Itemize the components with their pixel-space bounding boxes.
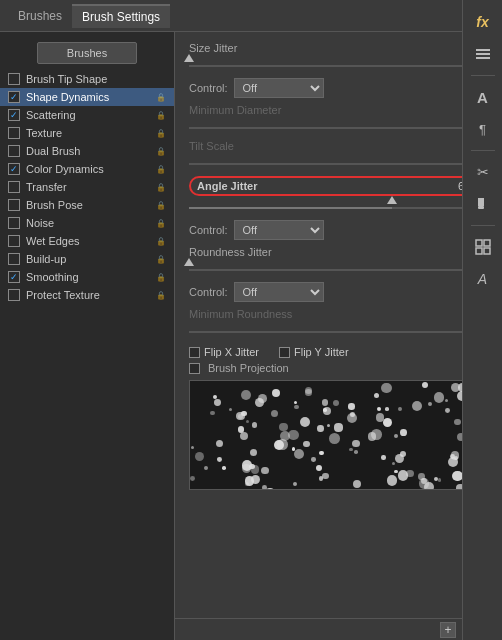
tilt-scale-slider[interactable]	[189, 156, 488, 172]
preview-dot	[262, 485, 267, 490]
svg-rect-3	[478, 198, 480, 206]
cut-icon[interactable]: ✂	[468, 158, 498, 186]
angle-jitter-thumb	[387, 196, 397, 204]
min-diameter-slider[interactable]	[189, 120, 488, 136]
size-jitter-control-select[interactable]: Off	[234, 78, 324, 98]
label-shape-dynamics: Shape Dynamics	[26, 91, 152, 103]
roundness-jitter-slider[interactable]	[189, 262, 488, 278]
tab-brush-settings[interactable]: Brush Settings	[72, 4, 170, 28]
preview-dot	[271, 410, 279, 418]
roundness-jitter-row: Roundness Jitter 0%	[189, 246, 488, 258]
min-roundness-slider[interactable]	[189, 324, 488, 340]
preview-dot	[418, 473, 425, 480]
roundness-control-select[interactable]: Off	[234, 282, 324, 302]
preview-dot	[374, 393, 379, 398]
preview-dot	[395, 454, 404, 463]
checkbox-protect-texture[interactable]	[8, 289, 20, 301]
preview-dot	[241, 411, 246, 416]
roundness-control-row: Control: Off	[189, 282, 488, 302]
label-texture: Texture	[26, 127, 152, 139]
preview-dot	[241, 390, 251, 400]
sidebar-item-color-dynamics[interactable]: Color Dynamics🔒	[0, 160, 174, 178]
right-content-panel: Size Jitter 0% Control: Off Minimum Diam…	[175, 32, 502, 640]
fx-icon[interactable]: fx	[468, 8, 498, 36]
preview-dot	[317, 425, 324, 432]
min-diameter-label: Minimum Diameter	[189, 104, 488, 116]
brush-icon[interactable]	[468, 190, 498, 218]
preview-dot	[213, 395, 217, 399]
sidebar-item-build-up[interactable]: Build-up🔒	[0, 250, 174, 268]
angle-jitter-slider[interactable]	[189, 200, 488, 216]
sidebar-item-texture[interactable]: Texture🔒	[0, 124, 174, 142]
preview-dot	[398, 470, 409, 481]
roundness-jitter-track	[189, 269, 488, 271]
label-wet-edges: Wet Edges	[26, 235, 152, 247]
sidebar-item-protect-texture[interactable]: Protect Texture🔒	[0, 286, 174, 304]
preview-dot	[400, 429, 407, 436]
preview-dot	[222, 466, 226, 470]
preview-dot	[352, 440, 359, 447]
checkbox-color-dynamics[interactable]	[8, 163, 20, 175]
grid-icon[interactable]	[468, 233, 498, 261]
lock-icon-transfer: 🔒	[156, 183, 166, 192]
checkbox-shape-dynamics[interactable]	[8, 91, 20, 103]
layers-icon[interactable]	[468, 40, 498, 68]
preview-dot	[445, 408, 450, 413]
checkbox-smoothing[interactable]	[8, 271, 20, 283]
size-jitter-thumb	[184, 54, 194, 62]
flip-y-checkbox[interactable]	[279, 347, 290, 358]
checkbox-transfer[interactable]	[8, 181, 20, 193]
preview-dot	[251, 465, 260, 474]
label-brush-pose: Brush Pose	[26, 199, 152, 211]
sidebar-item-shape-dynamics[interactable]: Shape Dynamics🔒	[0, 88, 174, 106]
text-icon[interactable]: A	[468, 83, 498, 111]
checkbox-build-up[interactable]	[8, 253, 20, 265]
lock-icon-brush-pose: 🔒	[156, 201, 166, 210]
label-noise: Noise	[26, 217, 152, 229]
paragraph-icon[interactable]: ¶	[468, 115, 498, 143]
font-icon[interactable]: A	[468, 265, 498, 293]
checkbox-brush-tip-shape[interactable]	[8, 73, 20, 85]
sidebar-item-dual-brush[interactable]: Dual Brush🔒	[0, 142, 174, 160]
left-panel: Brushes Brush Tip ShapeShape Dynamics🔒Sc…	[0, 32, 175, 640]
size-jitter-slider[interactable]	[189, 58, 488, 74]
preview-dot	[428, 402, 432, 406]
sidebar-item-brush-pose[interactable]: Brush Pose🔒	[0, 196, 174, 214]
checkbox-noise[interactable]	[8, 217, 20, 229]
top-tabs: Brushes Brush Settings » ≡	[0, 0, 502, 32]
label-color-dynamics: Color Dynamics	[26, 163, 152, 175]
flip-x-checkbox[interactable]	[189, 347, 200, 358]
sidebar-item-wet-edges[interactable]: Wet Edges🔒	[0, 232, 174, 250]
preview-dot	[319, 451, 323, 455]
checkbox-wet-edges[interactable]	[8, 235, 20, 247]
checkbox-brush-pose[interactable]	[8, 199, 20, 211]
preview-dot	[381, 455, 385, 459]
preview-dot	[383, 418, 392, 427]
sidebar-item-smoothing[interactable]: Smoothing🔒	[0, 268, 174, 286]
lock-icon-noise: 🔒	[156, 219, 166, 228]
control-label-1: Control:	[189, 82, 228, 94]
preview-dot	[394, 434, 398, 438]
angle-jitter-control-select[interactable]: Off	[234, 220, 324, 240]
angle-jitter-row: Angle Jitter 68%	[189, 176, 488, 196]
tab-brushes[interactable]: Brushes	[8, 5, 72, 27]
flip-y-item: Flip Y Jitter	[279, 346, 349, 358]
sidebar-item-brush-tip-shape[interactable]: Brush Tip Shape	[0, 70, 174, 88]
brushes-button[interactable]: Brushes	[37, 42, 137, 64]
preview-dot	[452, 471, 462, 481]
checkbox-texture[interactable]	[8, 127, 20, 139]
checkbox-dual-brush[interactable]	[8, 145, 20, 157]
add-button[interactable]: +	[440, 622, 456, 638]
sidebar-item-transfer[interactable]: Transfer🔒	[0, 178, 174, 196]
brush-projection-checkbox[interactable]	[189, 363, 200, 374]
svg-rect-1	[476, 53, 490, 55]
sidebar-item-noise[interactable]: Noise🔒	[0, 214, 174, 232]
lock-icon-protect-texture: 🔒	[156, 291, 166, 300]
brush-projection-label: Brush Projection	[208, 362, 289, 374]
flip-x-item: Flip X Jitter	[189, 346, 259, 358]
sidebar-item-scattering[interactable]: Scattering🔒	[0, 106, 174, 124]
brush-preview	[189, 380, 488, 490]
checkbox-scattering[interactable]	[8, 109, 20, 121]
flip-x-label: Flip X Jitter	[204, 346, 259, 358]
svg-rect-10	[484, 248, 490, 254]
